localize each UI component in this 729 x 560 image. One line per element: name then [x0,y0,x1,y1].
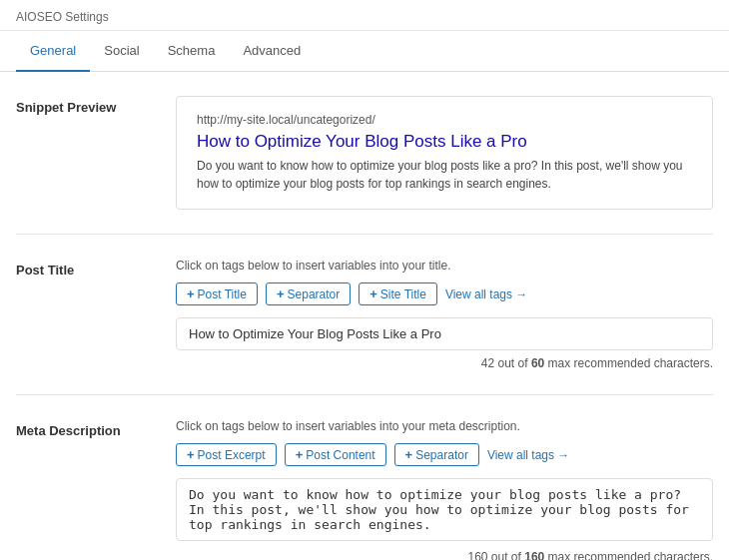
plus-icon: + [187,447,195,462]
snippet-preview-content: http://my-site.local/uncategorized/ How … [176,96,713,210]
post-title-input[interactable] [176,317,713,350]
app-title: AIOSEO Settings [16,10,109,24]
post-content-tag-btn[interactable]: + Post Content [285,443,386,466]
tab-advanced[interactable]: Advanced [229,31,315,72]
post-title-char-count: 42 out of 60 max recommended characters. [176,356,713,370]
meta-separator-tag-label: Separator [415,448,468,462]
post-title-view-all[interactable]: View all tags → [445,287,527,301]
plus-icon: + [296,447,304,462]
snippet-title: How to Optimize Your Blog Posts Like a P… [197,131,692,153]
meta-description-helper: Click on tags below to insert variables … [176,419,713,433]
meta-description-tags-row: + Post Excerpt + Post Content + Separato… [176,443,713,466]
app-header: AIOSEO Settings [0,0,729,31]
meta-description-input[interactable] [176,478,713,541]
tab-general[interactable]: General [16,31,90,72]
post-title-label: Post Title [16,259,176,278]
snippet-preview-label: Snippet Preview [16,96,176,115]
plus-icon: + [405,447,413,462]
post-title-helper: Click on tags below to insert variables … [176,259,713,273]
separator-tag-btn[interactable]: + Separator [266,282,351,305]
post-content-tag-label: Post Content [306,448,374,462]
snippet-description: Do you want to know how to optimize your… [197,157,692,193]
arrow-indicator [0,455,16,535]
meta-description-content: Click on tags below to insert variables … [176,419,713,560]
separator-tag-label: Separator [288,287,341,301]
snippet-preview-section: Snippet Preview http://my-site.local/unc… [16,72,713,235]
plus-icon: + [277,286,285,301]
meta-separator-tag-btn[interactable]: + Separator [394,443,479,466]
meta-description-char-count: 160 out of 160 max recommended character… [176,550,713,560]
post-excerpt-tag-label: Post Excerpt [198,448,266,462]
snippet-url: http://my-site.local/uncategorized/ [197,113,692,127]
post-title-tags-row: + Post Title + Separator + Site Title Vi… [176,282,713,305]
meta-description-label: Meta Description [16,419,176,438]
site-title-tag-label: Site Title [380,287,426,301]
post-excerpt-tag-btn[interactable]: + Post Excerpt [176,443,277,466]
plus-icon: + [187,286,195,301]
meta-description-view-all[interactable]: View all tags → [487,448,569,462]
meta-description-section: Meta Description Click on tags below to … [16,395,713,560]
post-title-tag-btn[interactable]: + Post Title [176,282,258,305]
tab-social[interactable]: Social [90,31,153,72]
post-title-section: Post Title Click on tags below to insert… [16,235,713,395]
tab-schema[interactable]: Schema [154,31,230,72]
post-title-tag-label: Post Title [198,287,247,301]
main-content: Snippet Preview http://my-site.local/unc… [0,72,729,560]
snippet-box: http://my-site.local/uncategorized/ How … [176,96,713,210]
site-title-tag-btn[interactable]: + Site Title [359,282,437,305]
post-title-content: Click on tags below to insert variables … [176,259,713,370]
tabs-bar: General Social Schema Advanced [0,31,729,72]
plus-icon: + [369,286,377,301]
